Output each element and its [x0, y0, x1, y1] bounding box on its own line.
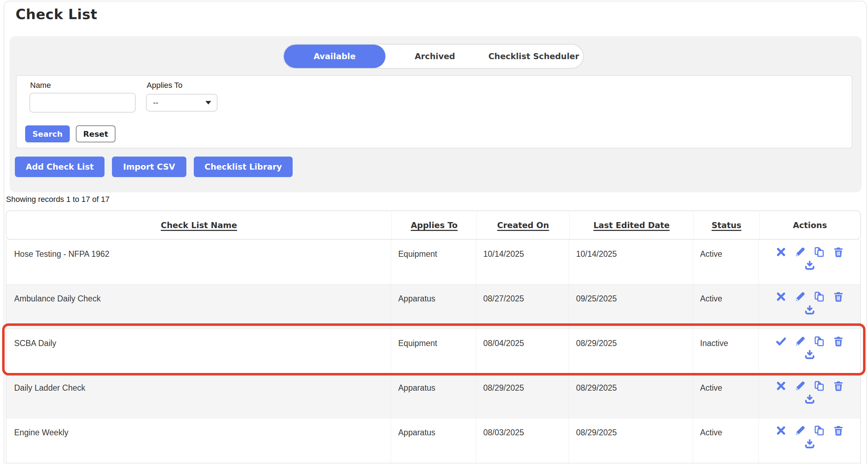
- table-row: Daily Ladder Check Apparatus 08/29/2025 …: [6, 374, 860, 418]
- deactivate-x-icon[interactable]: [776, 425, 787, 436]
- copy-icon[interactable]: [814, 425, 825, 436]
- column-header-check-list-name[interactable]: Check List Name: [6, 211, 392, 239]
- copy-icon[interactable]: [814, 291, 825, 302]
- download-icon[interactable]: [804, 394, 815, 405]
- delete-trash-icon[interactable]: [833, 291, 844, 302]
- status-cell: Active: [693, 240, 759, 284]
- checklist-name-cell: SCBA Daily: [6, 329, 391, 373]
- last-edited-cell: 10/14/2025: [569, 240, 693, 284]
- edit-pencil-icon[interactable]: [795, 336, 806, 347]
- name-input[interactable]: [29, 93, 136, 113]
- download-icon[interactable]: [804, 260, 815, 271]
- copy-icon[interactable]: [814, 380, 825, 391]
- last-edited-cell: 08/29/2025: [569, 374, 693, 418]
- table-row: Ambulance Daily Check Apparatus 08/27/20…: [6, 284, 860, 329]
- download-icon[interactable]: [804, 349, 815, 360]
- add-check-list-button[interactable]: Add Check List: [15, 157, 105, 177]
- checklist-name-cell: Engine Weekly: [6, 418, 391, 463]
- tab-group: Available Archived Checklist Scheduler: [283, 44, 584, 69]
- table-row: Engine Weekly Apparatus 08/03/2025 08/29…: [6, 418, 860, 463]
- created-on-cell: 08/27/2025: [476, 284, 569, 329]
- table-row: Hose Testing - NFPA 1962 Equipment 10/14…: [6, 240, 860, 284]
- edit-pencil-icon[interactable]: [795, 247, 806, 258]
- copy-icon[interactable]: [814, 336, 825, 347]
- applies-to-cell: Equipment: [391, 329, 476, 373]
- delete-trash-icon[interactable]: [833, 336, 844, 347]
- records-summary: Showing records 1 to 17 of 17: [6, 195, 109, 204]
- last-edited-cell: 08/29/2025: [569, 418, 693, 463]
- actions-cell: [759, 284, 860, 329]
- checklist-name-cell: Ambulance Daily Check: [6, 284, 391, 329]
- actions-cell: [759, 240, 860, 284]
- copy-icon[interactable]: [814, 247, 825, 258]
- applies-to-select[interactable]: --: [146, 94, 218, 112]
- status-cell: Active: [693, 374, 759, 418]
- delete-trash-icon[interactable]: [833, 380, 844, 391]
- table-header-row: Check List Name Applies To Created On La…: [6, 210, 861, 240]
- created-on-cell: 10/14/2025: [476, 240, 569, 284]
- reset-button[interactable]: Reset: [76, 125, 115, 142]
- page-title: Check List: [16, 6, 97, 22]
- download-icon[interactable]: [804, 305, 815, 316]
- search-button[interactable]: Search: [25, 125, 70, 142]
- checklist-name-cell: Daily Ladder Check: [6, 374, 391, 418]
- download-icon[interactable]: [804, 438, 815, 449]
- last-edited-cell: 08/29/2025: [569, 329, 693, 373]
- filter-section: Available Archived Checklist Scheduler N…: [10, 36, 862, 192]
- import-csv-button[interactable]: Import CSV: [112, 157, 186, 177]
- applies-to-cell: Apparatus: [391, 284, 476, 329]
- deactivate-x-icon[interactable]: [776, 247, 787, 258]
- actions-cell: [759, 374, 860, 418]
- applies-to-cell: Apparatus: [391, 374, 476, 418]
- search-form: Name Applies To -- Search Reset: [16, 75, 852, 148]
- delete-trash-icon[interactable]: [833, 425, 844, 436]
- deactivate-x-icon[interactable]: [776, 291, 787, 302]
- table-body: Hose Testing - NFPA 1962 Equipment 10/14…: [6, 240, 861, 464]
- applies-to-selected-value: --: [147, 98, 205, 107]
- checklist-library-button[interactable]: Checklist Library: [194, 157, 293, 177]
- column-header-last-edited-date[interactable]: Last Edited Date: [570, 211, 694, 239]
- table-row-highlighted: SCBA Daily Equipment 08/04/2025 08/29/20…: [6, 329, 860, 374]
- created-on-cell: 08/04/2025: [476, 329, 569, 373]
- created-on-cell: 08/29/2025: [476, 374, 569, 418]
- status-cell: Inactive: [693, 329, 759, 373]
- created-on-cell: 08/03/2025: [476, 418, 569, 463]
- actions-cell: [759, 418, 860, 463]
- name-label: Name: [30, 81, 51, 90]
- checklist-name-cell: Hose Testing - NFPA 1962: [6, 240, 391, 284]
- last-edited-cell: 09/25/2025: [569, 284, 693, 329]
- tab-available[interactable]: Available: [284, 45, 385, 68]
- deactivate-x-icon[interactable]: [776, 380, 787, 391]
- status-cell: Active: [693, 284, 759, 329]
- applies-to-cell: Apparatus: [391, 418, 476, 463]
- tab-checklist-scheduler[interactable]: Checklist Scheduler: [484, 45, 583, 68]
- column-header-created-on[interactable]: Created On: [477, 211, 570, 239]
- applies-to-label: Applies To: [147, 81, 182, 90]
- column-header-actions: Actions: [760, 211, 860, 239]
- activate-check-icon[interactable]: [776, 336, 787, 347]
- tab-archived[interactable]: Archived: [385, 45, 484, 68]
- actions-cell: [759, 329, 860, 373]
- delete-trash-icon[interactable]: [833, 247, 844, 258]
- chevron-down-icon: [205, 101, 211, 104]
- edit-pencil-icon[interactable]: [795, 380, 806, 391]
- column-header-status[interactable]: Status: [694, 211, 760, 239]
- applies-to-cell: Equipment: [391, 240, 476, 284]
- status-cell: Active: [693, 418, 759, 463]
- column-header-applies-to[interactable]: Applies To: [392, 211, 477, 239]
- edit-pencil-icon[interactable]: [795, 291, 806, 302]
- edit-pencil-icon[interactable]: [795, 425, 806, 436]
